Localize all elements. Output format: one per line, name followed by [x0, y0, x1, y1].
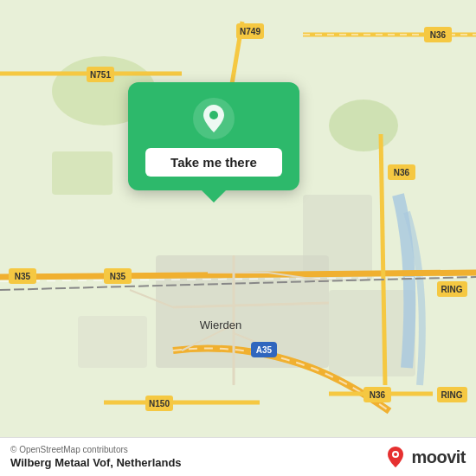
popup-card: Take me there	[128, 82, 299, 190]
svg-text:Wierden: Wierden	[200, 318, 241, 331]
location-info: © OpenStreetMap contributors Wilberg Met…	[10, 445, 182, 469]
location-pin-icon	[193, 98, 235, 139]
osm-credit: © OpenStreetMap contributors	[10, 445, 182, 454]
moovit-logo: moovit	[383, 445, 466, 469]
location-name: Wilberg Metaal Vof, Netherlands	[10, 456, 182, 469]
svg-text:N751: N751	[90, 70, 111, 80]
svg-rect-4	[78, 316, 147, 368]
svg-text:N35: N35	[15, 272, 31, 281]
svg-text:N150: N150	[149, 399, 170, 408]
svg-text:RING: RING	[441, 390, 463, 400]
svg-text:N35: N35	[110, 272, 126, 281]
svg-point-51	[394, 453, 397, 456]
svg-point-49	[209, 111, 218, 119]
bottom-bar: © OpenStreetMap contributors Wilberg Met…	[0, 437, 476, 476]
svg-point-6	[329, 100, 398, 151]
moovit-icon	[383, 445, 408, 469]
svg-rect-2	[303, 195, 372, 281]
svg-rect-7	[52, 151, 113, 195]
svg-text:N36: N36	[430, 30, 447, 40]
svg-text:N36: N36	[370, 390, 386, 400]
svg-text:N749: N749	[240, 27, 261, 36]
svg-text:A35: A35	[256, 345, 273, 355]
svg-text:RING: RING	[441, 285, 463, 294]
map-container: N36 N749 N751 N35 N35 N36 RING A35 N150	[0, 0, 476, 476]
take-me-there-button[interactable]: Take me there	[145, 148, 282, 177]
svg-text:N36: N36	[394, 168, 410, 177]
moovit-text: moovit	[411, 447, 466, 467]
